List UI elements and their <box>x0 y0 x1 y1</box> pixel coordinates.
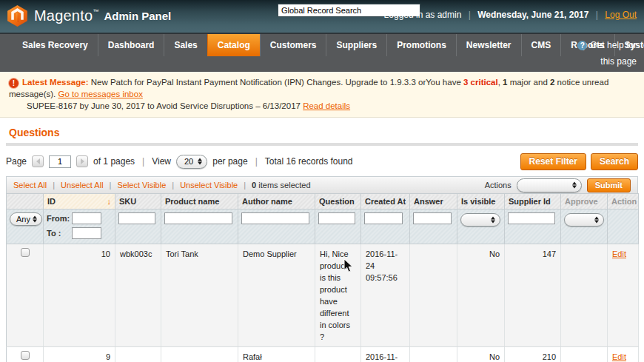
any-select[interactable]: Any <box>10 212 42 226</box>
filter-checkbox-cell: Any <box>7 210 44 244</box>
product-cell <box>161 347 238 362</box>
filter-supplier-cell <box>505 210 561 244</box>
nav-item-promotions[interactable]: Promotions <box>386 34 456 56</box>
question-cell <box>315 347 361 362</box>
unselect-visible-link[interactable]: Unselect Visible <box>180 181 238 190</box>
product-name-filter-input[interactable] <box>164 212 232 224</box>
row-checkbox[interactable] <box>21 351 30 360</box>
sku-cell <box>115 347 161 362</box>
grid-toolbar: Page of 1 pages | View 20 per page | Tot… <box>6 152 638 170</box>
stepper-icon <box>572 182 577 189</box>
per-page-select[interactable]: 20 <box>176 155 207 169</box>
unselect-all-link[interactable]: Unselect All <box>61 181 103 190</box>
author-cell: Demo Supplier <box>238 244 315 347</box>
actions-select[interactable] <box>517 178 582 192</box>
prev-page-icon <box>33 158 40 164</box>
approve-filter-select[interactable] <box>564 213 604 227</box>
nav-item-dashboard[interactable]: Dashboard <box>98 34 164 56</box>
nav-item-catalog[interactable]: Catalog <box>207 34 260 56</box>
nav-item-customers[interactable]: Customers <box>260 34 326 56</box>
table-row: 9 Rafał Andryanczyk 2016-11-21 12:22:39 … <box>7 347 639 362</box>
action-cell: Edit <box>608 347 639 362</box>
message-text: SUPEE-8167 by June 30, 2017 to Avoid Ser… <box>27 101 303 110</box>
select-visible-link[interactable]: Select Visible <box>117 181 166 190</box>
message-text: major and <box>507 78 550 87</box>
notification-line2: SUPEE-8167 by June 30, 2017 to Avoid Ser… <box>9 100 635 112</box>
nav-item-cms[interactable]: CMS <box>521 34 561 56</box>
column-header-is-visible[interactable]: Is visible <box>457 194 505 210</box>
answer-cell <box>410 347 457 362</box>
id-cell: 10 <box>44 244 115 347</box>
prev-page-button[interactable] <box>32 155 44 167</box>
stepper-icon <box>491 217 495 224</box>
edit-link[interactable]: Edit <box>612 352 626 361</box>
search-button[interactable]: Search <box>591 153 638 170</box>
logout-link[interactable]: Log Out <box>605 10 637 20</box>
trademark: ™ <box>93 8 98 15</box>
nav-item-sales[interactable]: Sales <box>164 34 207 56</box>
sku-filter-input[interactable] <box>118 212 155 224</box>
author-name-filter-input[interactable] <box>241 212 309 224</box>
checkbox-cell <box>7 347 44 362</box>
column-header-question[interactable]: Question <box>315 194 361 210</box>
filter-approve-cell <box>561 210 608 244</box>
filter-created-cell <box>361 210 410 244</box>
row-checkbox[interactable] <box>21 248 30 257</box>
logged-in-text: Logged in as admin <box>384 10 462 20</box>
column-header-id[interactable]: ID↓ <box>44 194 115 210</box>
column-header-created-at[interactable]: Created At <box>361 194 410 210</box>
per-page-value: 20 <box>184 157 193 166</box>
mouse-cursor-icon <box>343 258 354 273</box>
sort-desc-icon: ↓ <box>107 197 112 206</box>
nav-item-sales-recovery[interactable]: Sales Recovery <box>13 34 98 56</box>
read-details-link[interactable]: Read details <box>303 101 350 110</box>
submit-button[interactable]: Submit <box>587 178 631 192</box>
selection-links: Select All | Unselect All | Select Visib… <box>13 181 311 190</box>
stepper-icon <box>198 158 202 165</box>
brand-subtitle: Admin Panel <box>104 10 171 22</box>
any-value: Any <box>16 215 30 224</box>
reset-filter-button[interactable]: Reset Filter <box>520 153 586 170</box>
column-header-checkbox <box>7 194 44 210</box>
visible-cell: No <box>457 244 505 347</box>
brand-name: Magento™ <box>34 7 98 24</box>
toolbar-buttons: Reset Filter Search <box>520 153 638 170</box>
question-filter-input[interactable] <box>318 212 355 224</box>
created-at-filter-input[interactable] <box>364 212 403 224</box>
table-row: 10 wbk003c Tori Tank Demo Supplier Hi, N… <box>7 244 639 347</box>
get-help-link[interactable]: ?Get help for this page <box>577 37 637 70</box>
select-all-link[interactable]: Select All <box>13 181 47 190</box>
per-page-label: per page <box>212 156 247 167</box>
next-page-button[interactable] <box>76 155 88 167</box>
next-page-icon <box>81 158 87 164</box>
is-visible-filter-select[interactable] <box>460 213 500 227</box>
nav-item-newsletter[interactable]: Newsletter <box>456 34 521 56</box>
separator: | <box>172 181 174 190</box>
sku-cell: wbk003c <box>115 244 161 347</box>
checkbox-cell <box>7 244 44 347</box>
approve-cell <box>561 347 608 362</box>
column-header-product-name[interactable]: Product name <box>161 194 238 210</box>
visible-cell: No <box>457 347 505 362</box>
answer-filter-input[interactable] <box>413 212 452 224</box>
column-header-supplier-id[interactable]: Supplier Id <box>505 194 561 210</box>
separator: | <box>244 181 246 190</box>
created-cell: 2016-11-21 12:22:39 <box>361 347 410 362</box>
edit-link[interactable]: Edit <box>612 249 626 258</box>
filter-answer-cell <box>410 210 457 244</box>
latest-message-label: Latest Message: <box>22 78 88 87</box>
page-number-input[interactable] <box>49 155 71 168</box>
critical-count: 3 critical <box>463 78 498 87</box>
column-header-author-name[interactable]: Author name <box>238 194 315 210</box>
id-to-input[interactable] <box>72 227 101 239</box>
messages-inbox-link[interactable]: Go to messages inbox <box>58 90 142 98</box>
title-divider <box>6 143 638 146</box>
id-from-input[interactable] <box>72 212 101 224</box>
to-label: To : <box>47 229 72 238</box>
column-header-answer[interactable]: Answer <box>410 194 457 210</box>
supplier-id-filter-input[interactable] <box>508 212 555 224</box>
nav-items: Sales Recovery Dashboard Sales Catalog C… <box>0 34 644 56</box>
nav-item-suppliers[interactable]: Suppliers <box>326 34 386 56</box>
column-header-sku[interactable]: SKU <box>115 194 161 210</box>
of-pages-label: of 1 pages <box>93 156 135 167</box>
